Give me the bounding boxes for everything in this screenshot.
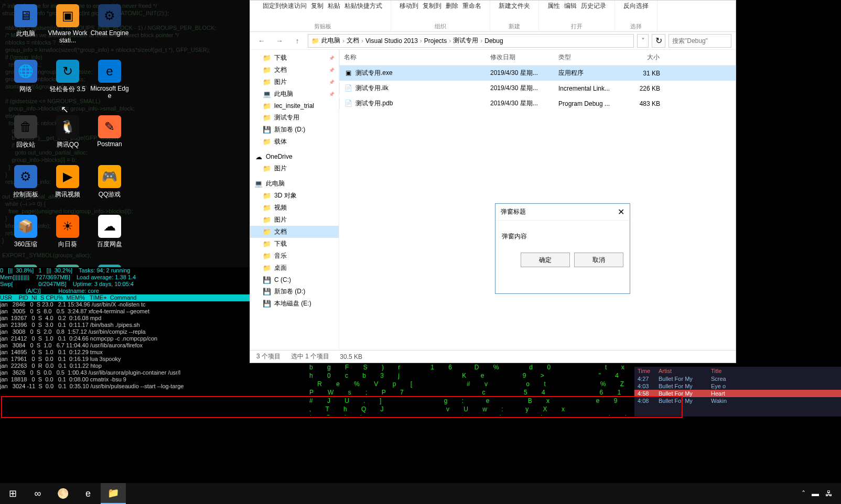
sidebar-item-图片[interactable]: 📁图片 [250,76,339,88]
breadcrumb-dropdown-button[interactable]: ˅ [637,34,649,48]
music-track[interactable]: 4:58Bullet For MyHeart [634,390,841,397]
sidebar-item-测试专用[interactable]: 📁测试专用 [250,112,339,124]
breadcrumb-item[interactable]: 此电脑 [321,36,340,45]
sidebar-label: 文档 [274,227,287,236]
taskbar-explorer[interactable]: 📁 [101,483,126,504]
folder-icon: 📁 [263,264,271,272]
breadcrumb-item[interactable]: 文档 [347,36,359,45]
icon-label: 向日葵 [58,240,77,249]
breadcrumb-item[interactable]: Visual Studio 2013 [365,37,418,45]
breadcrumb-item[interactable]: Debug [484,37,503,45]
sidebar-item-本地磁盘 (E:)[interactable]: 💾本地磁盘 (E:) [250,298,339,310]
ribbon-group-label: 打开 [571,23,583,30]
dialog-close-button[interactable]: ✕ [618,207,624,217]
ribbon-新建文件夹[interactable]: 新建文件夹 [499,2,530,10]
desktop-icon-control-panel[interactable]: ⚙控制面板 [5,165,46,199]
column-date[interactable]: 修改日期 [486,50,554,65]
folder-icon: ☁ [254,152,263,161]
ribbon-粘贴快捷方式[interactable]: 粘贴快捷方式 [344,2,382,10]
sidebar-item-下载[interactable]: 📁下载 [250,238,339,250]
nav-up-button[interactable]: ↑ [290,34,305,48]
sidebar-item-图片[interactable]: 📁图片 [250,162,339,174]
desktop-icon-qq[interactable]: 🐧腾讯QQ [47,115,88,149]
taskbar-visual-studio[interactable]: ∞ [25,483,50,504]
taskbar-start[interactable]: ⊞ [0,483,25,504]
desktop-icon-tencent-video[interactable]: ▶腾讯视频 [47,165,88,199]
sidebar-item-3D 对象[interactable]: 📁3D 对象 [250,190,339,202]
desktop-icon-network[interactable]: 🌐网络 [5,60,46,100]
sidebar-item-下载[interactable]: 📁下载 [250,52,339,64]
tray-battery-icon[interactable]: ▬ [812,489,819,498]
ribbon-复制到[interactable]: 复制到 [423,2,441,10]
nav-forward-button[interactable]: → [272,34,287,48]
sidebar-item-文档[interactable]: 📁文档 [250,226,339,238]
refresh-button[interactable]: ↻ [652,34,665,48]
folder-icon: 📁 [311,37,319,45]
sidebar-item-视频[interactable]: 📁视频 [250,202,339,214]
ribbon-重命名[interactable]: 重命名 [462,2,481,10]
sidebar-label: 新加卷 (D:) [274,287,305,296]
sidebar-item-桌面[interactable]: 📁桌面 [250,262,339,274]
sidebar-item-新加卷 (D:)[interactable]: 💾新加卷 (D:) [250,124,339,136]
sidebar-item-lec_insite_trial[interactable]: 📁lec_insite_trial [250,100,339,112]
column-name[interactable]: 名称 [339,50,486,65]
desktop-icon-sunflower[interactable]: ☀向日葵 [47,215,88,249]
sidebar-item-OneDrive[interactable]: ☁OneDrive [250,151,339,162]
ribbon-删除[interactable]: 删除 [446,2,458,10]
taskbar-moon[interactable]: 🌕 [50,483,76,504]
desktop-icon-cheat-engine[interactable]: ⚙Cheat Engine [89,4,130,44]
ribbon-编辑[interactable]: 编辑 [564,2,577,10]
icon-label: 腾讯视频 [55,190,80,199]
sidebar-item-此电脑[interactable]: 💻此电脑 [250,178,339,190]
nav-back-button[interactable]: ← [254,34,269,48]
sidebar-item-音乐[interactable]: 📁音乐 [250,250,339,262]
vmware-icon: ▣ [56,4,79,27]
breadcrumb[interactable]: 📁 此电脑›文档›Visual Studio 2013›Projects›测试专… [308,34,634,48]
sidebar-item-载体[interactable]: 📁载体 [250,136,339,148]
desktop-icon-vmware[interactable]: ▣VMware Workstati... [47,4,88,44]
folder-icon: 📁 [263,204,271,212]
dialog-cancel-button[interactable]: 取消 [574,253,623,267]
desktop-icon-easy-backup[interactable]: ↻轻松备份 3.5 [47,60,88,100]
sidebar-item-图片[interactable]: 📁图片 [250,214,339,226]
ribbon-复制[interactable]: 复制 [311,2,324,10]
desktop-icon-this-pc[interactable]: 🖥此电脑 [5,4,46,44]
sidebar-item-C (C:)[interactable]: 💾C (C:) [250,274,339,286]
desktop-icon-recycle[interactable]: 🗑回收站 [5,115,46,149]
sidebar-item-新加卷 (D:)[interactable]: 💾新加卷 (D:) [250,286,339,298]
ribbon-反向选择[interactable]: 反向选择 [623,2,649,10]
file-row[interactable]: 📄测试专用.ilk2019/4/30 星期...Incremental Link… [339,81,736,96]
tray-network-icon[interactable]: 🖧 [825,489,833,498]
sunflower-icon: ☀ [56,215,79,238]
sidebar-item-此电脑[interactable]: 💻此电脑 [250,88,339,100]
ribbon-属性[interactable]: 属性 [547,2,560,10]
sidebar-item-文档[interactable]: 📁文档 [250,64,339,76]
edge-icon: e [98,60,121,83]
desktop-icon-360zip[interactable]: 📦360压缩 [5,215,46,249]
sidebar-label: 图片 [274,164,287,173]
folder-icon: 📁 [263,66,271,74]
sidebar-label: OneDrive [266,153,293,160]
search-input[interactable] [669,34,731,48]
taskbar-360[interactable]: e [76,483,101,504]
column-type[interactable]: 类型 [554,50,622,65]
file-row[interactable]: 📄测试专用.pdb2019/4/30 星期...Program Debug ..… [339,96,736,111]
desktop-icon-qq-games[interactable]: 🎮QQ游戏 [89,165,130,199]
desktop-icon-postman[interactable]: ✎Postman [89,115,130,149]
ribbon-历史记录[interactable]: 历史记录 [581,2,606,10]
breadcrumb-item[interactable]: Projects [424,37,447,45]
file-row[interactable]: ▣测试专用.exe2019/4/30 星期...应用程序31 KB [339,65,736,81]
music-track[interactable]: 4:03Bullet For MyEye o [634,382,841,390]
music-track[interactable]: 4:27Bullet For MyScrea [634,375,841,382]
ribbon-粘贴[interactable]: 粘贴 [328,2,340,10]
breadcrumb-item[interactable]: 测试专用 [453,36,478,45]
column-size[interactable]: 大小 [622,50,664,65]
tray-up-icon[interactable]: ˄ [802,489,805,498]
ribbon-固定到快速访问[interactable]: 固定到快速访问 [263,2,307,10]
desktop-icon-edge[interactable]: eMicrosoft Edge [89,60,130,100]
desktop-icon-baidu-disk[interactable]: ☁百度网盘 [89,215,130,249]
folder-icon: 📁 [263,252,271,260]
music-track[interactable]: 4:08Bullet For MyWakin [634,397,841,404]
dialog-ok-button[interactable]: 确定 [521,253,570,267]
ribbon-移动到[interactable]: 移动到 [400,2,418,10]
